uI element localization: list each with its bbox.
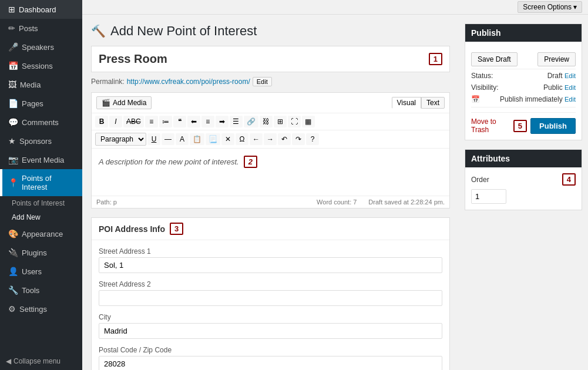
help-button[interactable]: ? — [306, 133, 319, 145]
fullscreen-button[interactable]: ⛶ — [288, 116, 301, 127]
sidebar-item-comments[interactable]: 💬 Comments — [0, 113, 82, 132]
redo-button[interactable]: ↷ — [292, 133, 305, 145]
post-title-input[interactable] — [99, 52, 424, 66]
street2-input[interactable] — [99, 290, 442, 306]
editor-area: 🔨 Add New Point of Interest 1 Permalink:… — [82, 15, 459, 370]
publish-actions: Move to Trash 5 Publish — [471, 112, 576, 134]
postal-field: Postal Code / Zip Code — [99, 346, 442, 370]
list-ol-button[interactable]: ≔ — [159, 116, 172, 127]
align-right-button[interactable]: ➡ — [216, 116, 229, 127]
publish-time-edit-link[interactable]: Edit — [565, 96, 576, 103]
sidebar-item-event-media[interactable]: 📷 Event Media — [0, 150, 82, 169]
page-title-text: Add New Point of Interest — [110, 23, 257, 39]
bold-button[interactable]: B — [95, 116, 108, 127]
clear-button[interactable]: ✕ — [221, 133, 234, 145]
outdent-button[interactable]: ← — [250, 133, 263, 145]
publish-button[interactable]: Publish — [530, 118, 576, 134]
calendar-icon: 📅 — [471, 95, 480, 103]
status-edit-link[interactable]: Edit — [565, 72, 576, 79]
sidebar-item-media[interactable]: 🖼 Media — [0, 75, 82, 94]
link-button[interactable]: 🔗 — [244, 116, 258, 127]
poi-address-header[interactable]: POI Address Info 3 — [92, 218, 449, 240]
paragraph-select[interactable]: Paragraph — [95, 133, 146, 146]
paste-text-button[interactable]: 📃 — [206, 133, 220, 145]
sidebar-item-posts[interactable]: ✏ Posts — [0, 19, 82, 38]
sidebar-label-media: Media — [20, 80, 41, 89]
sidebar-item-users[interactable]: 👤 Users — [0, 262, 82, 281]
tab-text[interactable]: Text — [421, 97, 445, 109]
add-media-button[interactable]: 🎬 Add Media — [96, 96, 152, 109]
screen-options-button[interactable]: Screen Options ▾ — [518, 1, 582, 13]
sidebar-sub-item-poi-list[interactable]: Points of Interest — [0, 196, 82, 210]
plugins-icon: 🔌 — [8, 248, 18, 257]
save-draft-button[interactable]: Save Draft — [471, 52, 518, 66]
editor-body[interactable]: A description for the new point of inter… — [92, 149, 449, 196]
order-label: Order — [471, 176, 489, 184]
permalink-edit-button[interactable]: Edit — [253, 77, 272, 86]
event-media-icon: 📷 — [8, 155, 18, 164]
order-input[interactable] — [471, 189, 506, 204]
visibility-value: Public — [543, 83, 563, 92]
collapse-menu[interactable]: ◀ Collapse menu — [0, 352, 82, 370]
indent-button[interactable]: → — [264, 133, 277, 145]
city-label: City — [99, 313, 442, 321]
topbar: Screen Options ▾ — [82, 0, 588, 15]
sidebar-item-dashboard[interactable]: ⊞ Dashboard — [0, 0, 82, 19]
sidebar-label-posts: Posts — [19, 24, 38, 33]
sidebar-item-settings[interactable]: ⚙ Settings — [0, 300, 82, 318]
preview-button[interactable]: Preview — [537, 52, 576, 66]
move-to-trash-link[interactable]: Move to Trash — [471, 117, 513, 134]
omega-button[interactable]: Ω — [236, 133, 248, 145]
step-badge-5: 5 — [513, 120, 527, 132]
sidebar-item-appearance[interactable]: 🎨 Appearance — [0, 224, 82, 243]
hr-button[interactable]: — — [162, 133, 174, 145]
list-ul-button[interactable]: ≡ — [145, 116, 158, 127]
tab-visual[interactable]: Visual — [392, 97, 421, 109]
editor-content: A description for the new point of inter… — [99, 156, 442, 168]
step-badge-3: 3 — [170, 223, 183, 235]
sidebar-sub-item-poi-add-new[interactable]: Add New — [0, 210, 82, 224]
sessions-icon: 📅 — [8, 61, 18, 70]
sidebar-item-points-of-interest[interactable]: 📍 Points of Interest — [0, 169, 82, 196]
editor-toolbar-top: 🎬 Add Media Visual Text — [92, 93, 449, 113]
strikethrough-button[interactable]: ABC — [123, 116, 144, 127]
table-button[interactable]: ▦ — [302, 116, 315, 127]
align-justify-button[interactable]: ☰ — [230, 116, 243, 127]
paste-button[interactable]: 📋 — [190, 133, 204, 145]
publish-panel-header: Publish — [465, 24, 582, 42]
attributes-title: Attributes — [471, 154, 510, 163]
permalink-url[interactable]: http://www.cvfreak.com/poi/press-room/ — [127, 78, 250, 86]
postal-label: Postal Code / Zip Code — [99, 346, 442, 354]
street1-input[interactable] — [99, 257, 442, 273]
blockquote-button[interactable]: ❝ — [173, 116, 186, 127]
align-left-button[interactable]: ⬅ — [187, 116, 200, 127]
publish-title: Publish — [471, 28, 501, 38]
undo-button[interactable]: ↶ — [278, 133, 291, 145]
sidebar-label-dashboard: Dashboard — [19, 5, 56, 14]
dashboard-icon: ⊞ — [8, 5, 15, 14]
visibility-edit-link[interactable]: Edit — [565, 84, 576, 91]
attributes-panel-header: Attributes — [465, 150, 582, 167]
postal-input[interactable] — [99, 356, 442, 370]
sidebar-item-speakers[interactable]: 🎤 Speakers — [0, 38, 82, 56]
color-button[interactable]: A — [176, 133, 189, 145]
poi-icon: 📍 — [8, 178, 18, 187]
align-center-button[interactable]: ≡ — [201, 116, 214, 127]
sidebar-item-pages[interactable]: 📄 Pages — [0, 94, 82, 113]
city-input[interactable] — [99, 323, 442, 339]
underline-button[interactable]: U — [147, 133, 160, 145]
sidebar-item-tools[interactable]: 🔧 Tools — [0, 281, 82, 300]
street1-field: Street Address 1 — [99, 247, 442, 273]
sidebar-item-sponsors[interactable]: ★ Sponsors — [0, 132, 82, 150]
insert-button[interactable]: ⊞ — [274, 116, 287, 127]
editor-toolbar-row-2: Paragraph U — A 📋 📃 ✕ Ω ← → ↶ ↷ ? — [92, 130, 449, 149]
poi-address-title: POI Address Info — [99, 224, 165, 234]
italic-button[interactable]: I — [109, 116, 122, 127]
publish-time-row-value: Publish immediately Edit — [500, 95, 576, 103]
sidebar-item-sessions[interactable]: 📅 Sessions — [0, 56, 82, 75]
tools-icon: 🔧 — [8, 285, 18, 295]
poi-add-new-label: Add New — [12, 213, 41, 221]
sidebar-item-plugins[interactable]: 🔌 Plugins — [0, 243, 82, 262]
unlink-button[interactable]: ⛓ — [260, 116, 273, 127]
visibility-row-value: Public Edit — [543, 83, 576, 92]
